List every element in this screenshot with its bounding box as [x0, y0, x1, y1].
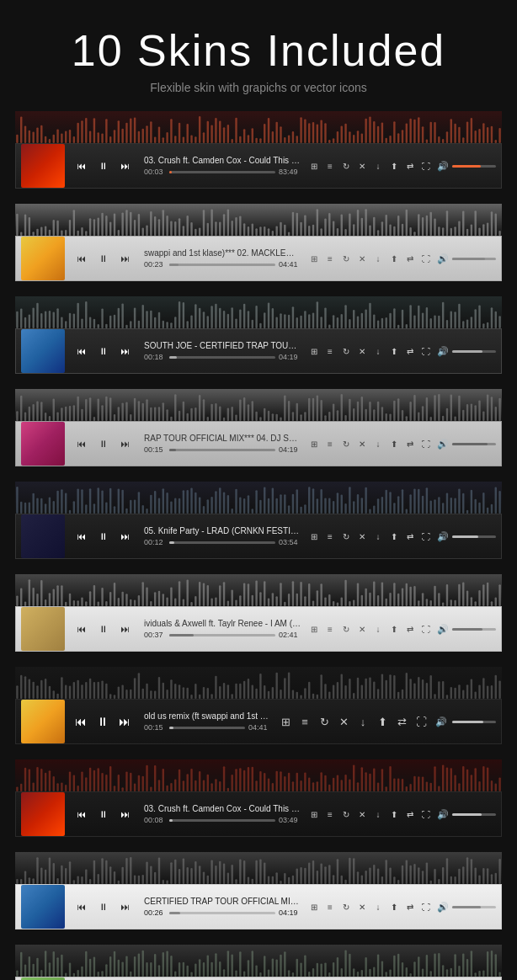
- playlist-icon-7[interactable]: ⊞: [277, 713, 294, 730]
- share-icon-5[interactable]: ⇄: [403, 530, 417, 543]
- list-icon-9[interactable]: ≡: [323, 900, 337, 913]
- list-icon-1[interactable]: ≡: [323, 159, 337, 173]
- play-button-4[interactable]: ⏸: [93, 434, 112, 453]
- prev-button-2[interactable]: ⏮: [72, 249, 90, 268]
- next-button-5[interactable]: ⏭: [115, 527, 134, 546]
- repeat-icon-4[interactable]: ↻: [339, 437, 353, 450]
- next-button-6[interactable]: ⏭: [115, 620, 134, 638]
- share-icon-4[interactable]: ⇄: [403, 437, 417, 450]
- upload-icon-4[interactable]: ⬆: [387, 437, 401, 450]
- share-icon-8[interactable]: ⇄: [403, 807, 417, 821]
- play-button-6[interactable]: ⏸: [93, 620, 112, 638]
- expand-icon-1[interactable]: ⛶: [419, 159, 433, 173]
- progress-bar-6[interactable]: [169, 634, 275, 636]
- download-icon-2[interactable]: ↓: [371, 252, 385, 265]
- close-icon-9[interactable]: ✕: [355, 900, 369, 913]
- next-button-3[interactable]: ⏭: [115, 342, 134, 360]
- volume-bar-6[interactable]: [452, 628, 496, 631]
- volume-icon-3[interactable]: 🔊: [436, 344, 450, 358]
- list-icon-6[interactable]: ≡: [323, 622, 337, 636]
- upload-icon-3[interactable]: ⬆: [387, 344, 401, 358]
- playlist-icon-2[interactable]: ⊞: [307, 252, 321, 265]
- repeat-icon-8[interactable]: ↻: [339, 807, 353, 821]
- repeat-icon-2[interactable]: ↻: [339, 252, 353, 265]
- expand-icon-2[interactable]: ⛶: [419, 252, 433, 265]
- share-icon-7[interactable]: ⇄: [393, 713, 410, 730]
- prev-button-1[interactable]: ⏮: [72, 157, 90, 175]
- upload-icon-2[interactable]: ⬆: [387, 252, 401, 265]
- prev-button-6[interactable]: ⏮: [72, 620, 90, 638]
- prev-button-4[interactable]: ⏮: [72, 434, 90, 453]
- share-icon-6[interactable]: ⇄: [403, 622, 417, 636]
- volume-bar-2[interactable]: [452, 258, 496, 260]
- next-button-2[interactable]: ⏭: [115, 249, 134, 268]
- close-icon-5[interactable]: ✕: [355, 530, 369, 543]
- list-icon-5[interactable]: ≡: [323, 530, 337, 543]
- upload-icon-1[interactable]: ⬆: [387, 159, 401, 173]
- playlist-icon-4[interactable]: ⊞: [307, 437, 321, 450]
- close-icon-1[interactable]: ✕: [355, 159, 369, 173]
- play-button-5[interactable]: ⏸: [93, 527, 112, 546]
- volume-bar-5[interactable]: [452, 535, 496, 538]
- repeat-icon-6[interactable]: ↻: [339, 622, 353, 636]
- upload-icon-8[interactable]: ⬆: [387, 807, 401, 821]
- volume-bar-3[interactable]: [452, 350, 496, 353]
- download-icon-7[interactable]: ↓: [354, 713, 371, 730]
- volume-icon-1[interactable]: 🔊: [436, 159, 450, 173]
- play-button-9[interactable]: ⏸: [93, 897, 112, 916]
- play-button-3[interactable]: ⏸: [93, 342, 112, 360]
- download-icon-9[interactable]: ↓: [371, 900, 385, 913]
- next-button-4[interactable]: ⏭: [115, 434, 134, 453]
- expand-icon-8[interactable]: ⛶: [419, 807, 433, 821]
- expand-icon-5[interactable]: ⛶: [419, 530, 433, 543]
- playlist-icon-3[interactable]: ⊞: [307, 344, 321, 358]
- list-icon-2[interactable]: ≡: [323, 252, 337, 265]
- volume-bar-8[interactable]: [452, 813, 496, 816]
- volume-icon-8[interactable]: 🔊: [436, 807, 450, 821]
- prev-button-5[interactable]: ⏮: [72, 527, 90, 546]
- download-icon-4[interactable]: ↓: [371, 437, 385, 450]
- download-icon-6[interactable]: ↓: [371, 622, 385, 636]
- playlist-icon-9[interactable]: ⊞: [307, 900, 321, 913]
- repeat-icon-3[interactable]: ↻: [339, 344, 353, 358]
- download-icon-1[interactable]: ↓: [371, 159, 385, 173]
- volume-icon-2[interactable]: 🔊: [436, 252, 450, 265]
- next-button-9[interactable]: ⏭: [115, 897, 134, 916]
- playlist-icon-5[interactable]: ⊞: [307, 530, 321, 543]
- close-icon-4[interactable]: ✕: [355, 437, 369, 450]
- volume-bar-7[interactable]: [452, 721, 496, 723]
- repeat-icon-1[interactable]: ↻: [339, 159, 353, 173]
- expand-icon-6[interactable]: ⛶: [419, 622, 433, 636]
- expand-icon-3[interactable]: ⛶: [419, 344, 433, 358]
- repeat-icon-5[interactable]: ↻: [339, 530, 353, 543]
- prev-button-8[interactable]: ⏮: [72, 805, 90, 823]
- close-icon-3[interactable]: ✕: [355, 344, 369, 358]
- volume-icon-5[interactable]: 🔊: [436, 530, 450, 543]
- progress-bar-3[interactable]: [169, 356, 275, 359]
- share-icon-2[interactable]: ⇄: [403, 252, 417, 265]
- share-icon-1[interactable]: ⇄: [403, 159, 417, 173]
- close-icon-2[interactable]: ✕: [355, 252, 369, 265]
- upload-icon-9[interactable]: ⬆: [387, 900, 401, 913]
- play-button-1[interactable]: ⏸: [93, 157, 112, 175]
- volume-bar-4[interactable]: [452, 443, 496, 445]
- list-icon-4[interactable]: ≡: [323, 437, 337, 450]
- play-button-2[interactable]: ⏸: [93, 249, 112, 268]
- close-icon-8[interactable]: ✕: [355, 807, 369, 821]
- prev-button-7[interactable]: ⏮: [72, 712, 90, 731]
- progress-bar-2[interactable]: [169, 264, 275, 266]
- playlist-icon-1[interactable]: ⊞: [307, 159, 321, 173]
- next-button-1[interactable]: ⏭: [115, 157, 134, 175]
- list-icon-7[interactable]: ≡: [296, 713, 313, 730]
- progress-bar-1[interactable]: [169, 171, 275, 173]
- download-icon-5[interactable]: ↓: [371, 530, 385, 543]
- progress-bar-7[interactable]: [169, 727, 245, 729]
- upload-icon-7[interactable]: ⬆: [374, 713, 391, 730]
- expand-icon-9[interactable]: ⛶: [419, 900, 433, 913]
- expand-icon-4[interactable]: ⛶: [419, 437, 433, 450]
- next-button-7[interactable]: ⏭: [115, 712, 134, 731]
- volume-icon-6[interactable]: 🔊: [436, 622, 450, 636]
- play-button-8[interactable]: ⏸: [93, 805, 112, 823]
- play-button-7[interactable]: ⏸: [93, 712, 112, 731]
- expand-icon-7[interactable]: ⛶: [413, 713, 429, 730]
